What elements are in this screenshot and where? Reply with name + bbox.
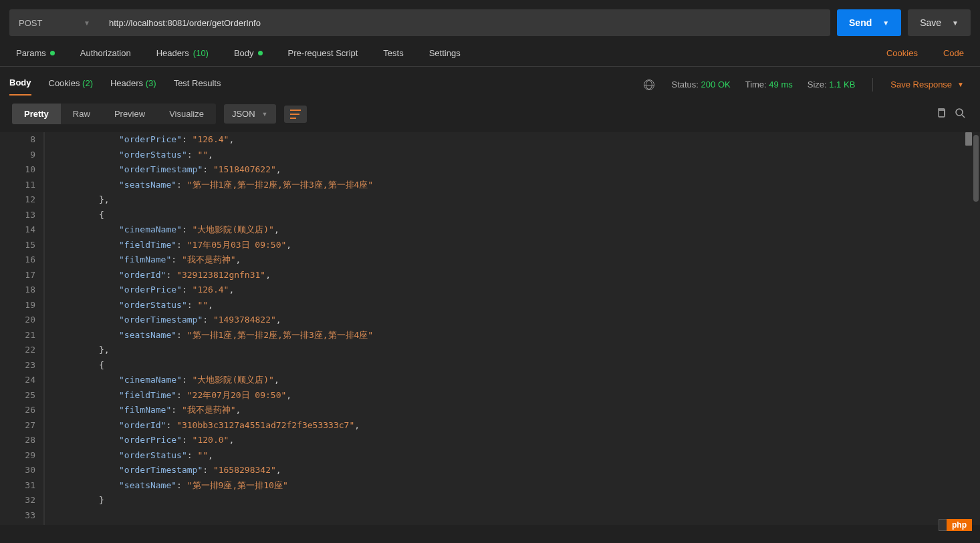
resp-tab-cookies[interactable]: Cookies (2) <box>49 74 93 95</box>
tab-tests[interactable]: Tests <box>383 48 403 58</box>
status-label: Status: <box>672 79 699 89</box>
save-label: Save <box>920 17 941 28</box>
minimap-indicator <box>965 132 972 146</box>
code-link[interactable]: Code <box>943 48 964 58</box>
resp-tab-body[interactable]: Body <box>9 73 31 96</box>
svg-rect-0 <box>939 110 945 117</box>
wrap-lines-button[interactable] <box>284 106 307 123</box>
copy-icon[interactable] <box>933 105 949 123</box>
indicator-dot-icon <box>258 51 263 55</box>
vtab-raw[interactable]: Raw <box>61 104 102 124</box>
save-button[interactable]: Save ▼ <box>908 9 971 36</box>
resp-headers-count: (3) <box>146 78 156 88</box>
vtab-pretty[interactable]: Pretty <box>12 104 61 124</box>
globe-icon[interactable] <box>644 79 654 90</box>
headers-count: (10) <box>193 48 209 58</box>
time-value: 49 ms <box>769 79 792 89</box>
response-body-editor[interactable]: 8910111213141516171819202122232425262728… <box>0 132 980 525</box>
search-icon[interactable] <box>952 105 968 123</box>
send-label: Send <box>849 17 872 28</box>
status-value: 200 OK <box>701 79 731 89</box>
tab-body[interactable]: Body <box>234 48 263 58</box>
wrap-icon <box>290 110 301 119</box>
scrollbar-vertical[interactable] <box>973 135 979 202</box>
resp-tab-testresults[interactable]: Test Results <box>174 74 221 95</box>
chevron-down-icon: ▼ <box>957 81 964 88</box>
tab-settings[interactable]: Settings <box>429 48 461 58</box>
cookies-link[interactable]: Cookies <box>886 48 918 58</box>
save-response-button[interactable]: Save Response ▼ <box>890 79 964 89</box>
size-value: 1.1 KB <box>829 79 855 89</box>
tab-prerequest[interactable]: Pre-request Script <box>288 48 358 58</box>
chevron-down-icon: ▼ <box>84 19 90 27</box>
code-content: "orderPrice": "126.4","orderStatus": "",… <box>44 132 980 525</box>
vtab-preview[interactable]: Preview <box>102 104 157 124</box>
tab-params[interactable]: Params <box>16 48 55 58</box>
cookies-count: (2) <box>82 78 93 88</box>
line-gutter: 8910111213141516171819202122232425262728… <box>0 132 44 525</box>
method-label: POST <box>19 18 42 28</box>
time-label: Time: <box>745 79 767 89</box>
format-select[interactable]: JSON ▼ <box>224 104 276 124</box>
chevron-down-icon: ▼ <box>882 19 889 27</box>
tab-headers[interactable]: Headers (10) <box>156 48 209 58</box>
method-select[interactable]: POST ▼ <box>9 9 100 36</box>
resp-tab-headers[interactable]: Headers (3) <box>110 74 156 95</box>
size-label: Size: <box>808 79 827 89</box>
fold-strip <box>44 132 53 525</box>
url-input[interactable] <box>100 9 830 36</box>
svg-line-2 <box>962 115 965 118</box>
send-button[interactable]: Send ▼ <box>837 9 901 36</box>
chevron-down-icon: ▼ <box>952 19 959 27</box>
svg-point-1 <box>956 109 963 116</box>
tab-authorization[interactable]: Authorization <box>80 48 131 58</box>
watermark: php <box>947 519 972 531</box>
chevron-down-icon: ▼ <box>262 111 268 118</box>
indicator-dot-icon <box>50 51 55 55</box>
view-mode-tabs: Pretty Raw Preview Visualize <box>12 104 216 124</box>
vtab-visualize[interactable]: Visualize <box>157 104 216 124</box>
status-group: Status: 200 OK Time: 49 ms Size: 1.1 KB <box>672 79 856 89</box>
